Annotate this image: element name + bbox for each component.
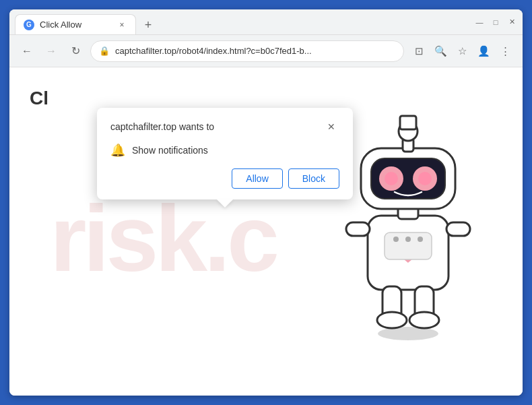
back-button[interactable]: ← — [18, 42, 36, 61]
tab-favicon: G — [24, 20, 34, 30]
tab-area: G Click Allow × + — [15, 9, 463, 34]
maximize-button[interactable]: □ — [490, 17, 501, 28]
svg-point-0 — [378, 327, 438, 340]
dialog-actions: Allow Block — [110, 168, 339, 189]
svg-point-19 — [393, 237, 399, 242]
dialog-header: captchafilter.top wants to ✕ — [110, 119, 339, 135]
tab-title: Click Allow — [40, 20, 111, 30]
robot-illustration — [334, 88, 482, 344]
dialog-description: Show notifications — [132, 145, 208, 156]
window-controls: — □ ✕ — [463, 17, 517, 28]
search-button[interactable]: 🔍 — [431, 42, 450, 61]
svg-point-13 — [385, 172, 398, 185]
svg-point-7 — [409, 312, 439, 328]
svg-rect-2 — [346, 222, 370, 236]
active-tab[interactable]: G Click Allow × — [15, 14, 136, 34]
robot-svg — [334, 88, 482, 344]
page-content: risk.c Cl — [9, 67, 523, 396]
forward-button[interactable]: → — [42, 42, 61, 61]
nav-icons: ⊡ 🔍 ☆ 👤 ⋮ — [409, 42, 514, 61]
block-button[interactable]: Block — [288, 168, 339, 189]
bookmark-button[interactable]: ☆ — [453, 42, 471, 61]
dialog-notification-row: 🔔 Show notifications — [110, 143, 339, 158]
minimize-button[interactable]: — — [474, 17, 485, 28]
navigation-bar: ← → ↻ 🔒 captchafilter.top/robot4/index.h… — [9, 35, 523, 67]
svg-rect-17 — [400, 116, 416, 129]
dialog-close-button[interactable]: ✕ — [323, 119, 339, 135]
watermark-text: risk.c — [50, 191, 276, 286]
dialog-tail — [217, 199, 233, 208]
menu-button[interactable]: ⋮ — [496, 42, 514, 61]
svg-point-20 — [405, 237, 411, 242]
address-bar[interactable]: 🔒 captchafilter.top/robot4/index.html?c=… — [90, 40, 404, 62]
lock-icon: 🔒 — [99, 46, 110, 56]
permission-dialog: captchafilter.top wants to ✕ 🔔 Show noti… — [97, 108, 353, 199]
new-tab-button[interactable]: + — [139, 15, 158, 34]
svg-point-21 — [418, 237, 423, 242]
dialog-title: captchafilter.top wants to — [110, 121, 214, 132]
page-header: Cl — [30, 88, 48, 109]
refresh-button[interactable]: ↻ — [66, 42, 85, 61]
svg-rect-3 — [446, 222, 470, 236]
browser-window: G Click Allow × + — □ ✕ ← → ↻ 🔒 captchaf… — [9, 9, 523, 396]
tab-close-button[interactable]: × — [117, 20, 127, 30]
close-button[interactable]: ✕ — [506, 17, 517, 28]
allow-button[interactable]: Allow — [232, 168, 282, 189]
account-button[interactable]: 👤 — [474, 42, 493, 61]
translate-button[interactable]: ⊡ — [409, 42, 428, 61]
svg-point-6 — [377, 312, 407, 328]
title-bar: G Click Allow × + — □ ✕ — [9, 9, 523, 35]
bell-icon: 🔔 — [110, 143, 125, 158]
address-text: captchafilter.top/robot4/index.html?c=b0… — [115, 46, 395, 56]
svg-point-14 — [418, 172, 432, 185]
